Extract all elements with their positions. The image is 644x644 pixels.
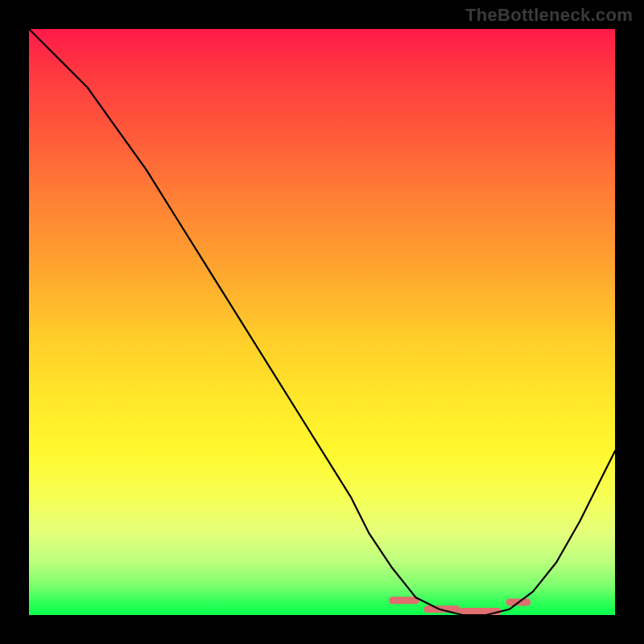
watermark-text: TheBottleneck.com [465, 5, 633, 26]
bottleneck-curve [29, 29, 615, 615]
chart-svg [29, 29, 615, 615]
plot-area [29, 29, 615, 615]
chart-frame: TheBottleneck.com [0, 0, 644, 644]
